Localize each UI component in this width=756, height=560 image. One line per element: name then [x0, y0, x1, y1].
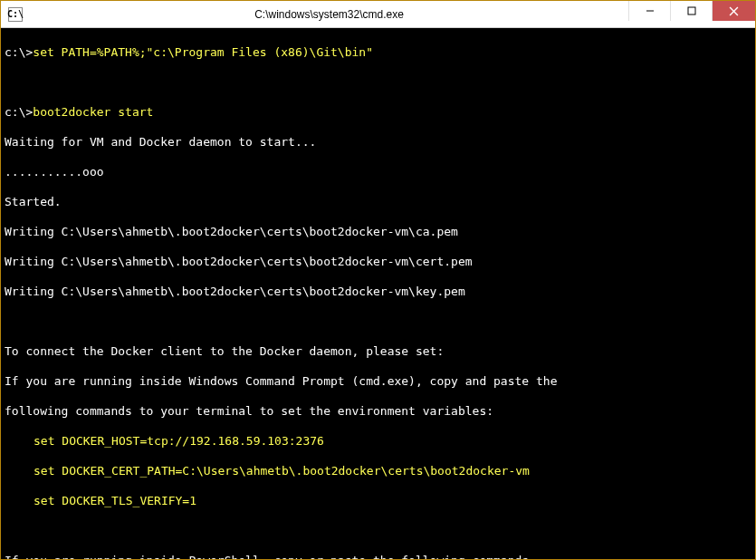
prompt: c:\>: [5, 45, 33, 59]
titlebar[interactable]: C:\ C:\windows\system32\cmd.exe: [1, 1, 755, 28]
output-line: Waiting for VM and Docker daemon to star…: [5, 135, 751, 150]
output-line: Writing C:\Users\ahmetb\.boot2docker\cer…: [5, 225, 751, 240]
window-title: C:\windows\system32\cmd.exe: [30, 8, 628, 21]
window-controls: [628, 1, 755, 27]
svg-rect-1: [688, 7, 695, 14]
cmd-window: C:\ C:\windows\system32\cmd.exe c:\>set …: [0, 0, 756, 560]
prompt: c:\>: [5, 105, 33, 119]
output-line: following commands to your terminal to s…: [5, 404, 751, 420]
command-text: set PATH=%PATH%;"c:\Program Files (x86)\…: [33, 45, 373, 59]
output-line: Writing C:\Users\ahmetb\.boot2docker\cer…: [5, 285, 751, 300]
app-icon: C:\: [8, 7, 23, 22]
maximize-button[interactable]: [670, 1, 712, 21]
output-line: ...........ooo: [5, 165, 751, 180]
terminal-area[interactable]: c:\>set PATH=%PATH%;"c:\Program Files (x…: [1, 28, 755, 559]
close-button[interactable]: [712, 1, 755, 21]
minimize-button[interactable]: [628, 1, 670, 21]
output-line: To connect the Docker client to the Dock…: [5, 344, 751, 360]
output-line: Writing C:\Users\ahmetb\.boot2docker\cer…: [5, 255, 751, 270]
command-text: boot2docker start: [33, 105, 153, 119]
output-line: Started.: [5, 195, 751, 210]
env-suggestion: set DOCKER_CERT_PATH=C:\Users\ahmetb\.bo…: [5, 464, 751, 479]
env-suggestion: set DOCKER_TLS_VERIFY=1: [5, 494, 751, 509]
output-line: If you are running inside PowerShell, co…: [5, 554, 751, 560]
env-suggestion: set DOCKER_HOST=tcp://192.168.59.103:237…: [5, 434, 751, 449]
output-line: If you are running inside Windows Comman…: [5, 374, 751, 390]
